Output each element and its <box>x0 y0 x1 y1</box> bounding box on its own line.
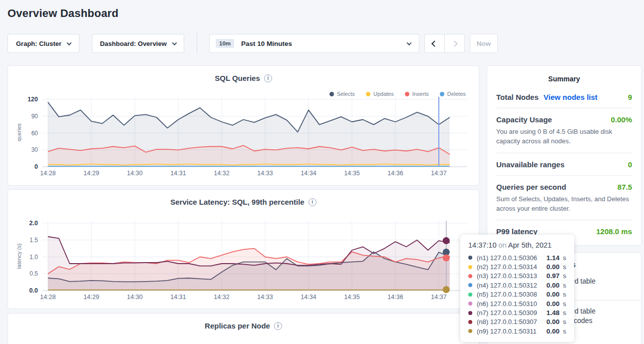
node-color-dot-icon <box>468 329 472 333</box>
svg-text:2.0: 2.0 <box>29 220 38 227</box>
tooltip-node-row: (n8) 127.0.0.1:503070.00 s <box>468 318 566 327</box>
graph-scope-dropdown-label: Graph: Cluster <box>16 40 61 47</box>
sql-queries-panel: SQL Queries i SelectsUpdatesInsertsDelet… <box>7 65 479 186</box>
tooltip-node-label: (n6) 127.0.0.1:50310 <box>477 300 537 308</box>
overview-dashboard-page: Overview Dashboard Graph: Cluster Dashbo… <box>0 0 644 344</box>
time-range-selector[interactable]: 10m Past 10 Minutes <box>209 34 419 53</box>
svg-text:14:37: 14:37 <box>431 294 446 301</box>
tooltip-node-unit: s <box>561 282 566 289</box>
chevron-down-icon <box>407 40 412 45</box>
tooltip-node-row: (n6) 127.0.0.1:503100.00 s <box>468 299 566 308</box>
now-button[interactable]: Now <box>470 34 498 53</box>
summary-row: Unavailable ranges0 <box>496 153 632 176</box>
svg-text:14:33: 14:33 <box>257 170 273 177</box>
svg-text:14:28: 14:28 <box>40 294 55 301</box>
tooltip-node-value: 0.00 s <box>547 300 566 308</box>
info-icon[interactable]: i <box>274 322 282 330</box>
tooltip-node-unit: s <box>561 291 566 298</box>
node-color-dot-icon <box>468 302 472 306</box>
svg-text:14:28: 14:28 <box>40 170 55 177</box>
tooltip-node-label: (n9) 127.0.0.1:50311 <box>477 328 537 335</box>
chevron-right-icon <box>451 40 458 47</box>
svg-text:14:30: 14:30 <box>127 294 142 301</box>
service-latency-panel: Service Latency: SQL, 99th percentile i … <box>7 189 479 309</box>
replicas-per-node-title: Replicas per Node <box>205 322 270 330</box>
svg-text:14:29: 14:29 <box>83 294 99 301</box>
svg-text:14:36: 14:36 <box>387 170 403 177</box>
svg-text:60: 60 <box>31 130 38 137</box>
tooltip-node-label: (n8) 127.0.0.1:50307 <box>477 318 537 326</box>
svg-text:14:34: 14:34 <box>301 294 316 301</box>
tooltip-node-row: (n1) 127.0.0.1:503061.14 s <box>468 253 566 262</box>
tooltip-node-label: (n3) 127.0.0.1:50313 <box>477 272 537 280</box>
tooltip-node-label: (n5) 127.0.0.1:50308 <box>477 291 537 298</box>
tooltip-node-label: (n1) 127.0.0.1:50306 <box>477 254 537 262</box>
tooltip-node-value: 0.00 s <box>547 282 566 289</box>
tooltip-node-value: 1.14 s <box>547 254 566 262</box>
svg-text:14:30: 14:30 <box>127 170 142 177</box>
node-color-dot-icon <box>468 311 472 315</box>
chart-hover-tooltip: 14:37:10 on Apr 5th, 2021 (n1) 127.0.0.1… <box>460 235 574 342</box>
summary-row-head: Capacity Usage0.00% <box>496 115 632 124</box>
time-range-label: Past 10 Minutes <box>241 40 292 47</box>
tooltip-node-row: (n4) 127.0.0.1:503120.00 s <box>468 281 566 290</box>
svg-text:1.5: 1.5 <box>29 237 38 244</box>
tooltip-node-unit: s <box>561 272 566 280</box>
sql-queries-chart[interactable]: 14:2814:2914:3014:3114:3214:3314:3414:35… <box>8 66 480 185</box>
svg-text:14:35: 14:35 <box>344 170 359 177</box>
tooltip-timestamp: 14:37:10 on Apr 5th, 2021 <box>468 241 566 249</box>
summary-row-value: 0 <box>628 160 632 169</box>
summary-row-subtext: Sum of Selects, Updates, Inserts, and De… <box>496 195 632 214</box>
summary-panel: Summary Total NodesView nodes list9Capac… <box>487 65 642 246</box>
node-color-dot-icon <box>468 320 472 324</box>
svg-text:14:32: 14:32 <box>214 294 229 301</box>
tooltip-node-value: 0.00 s <box>547 318 566 326</box>
tooltip-node-value: 1.48 s <box>547 309 566 317</box>
summary-row-head: Total NodesView nodes list9 <box>496 93 632 101</box>
tooltip-node-row: (n9) 127.0.0.1:503110.00 s <box>468 327 566 336</box>
dashboard-dropdown[interactable]: Dashboard: Overview <box>92 34 184 53</box>
time-forward-button[interactable] <box>444 34 465 53</box>
tooltip-node-unit: s <box>561 263 566 271</box>
tooltip-node-value: 0.00 s <box>547 263 566 271</box>
tooltip-node-label: (n4) 127.0.0.1:50312 <box>477 282 537 289</box>
tooltip-node-row: (n3) 127.0.0.1:503130.97 s <box>468 272 566 281</box>
sql-y-axis-unit: queries <box>16 107 22 157</box>
node-color-dot-icon <box>468 256 472 260</box>
graph-scope-dropdown[interactable]: Graph: Cluster <box>7 34 79 53</box>
service-latency-chart[interactable]: 14:2814:2914:3014:3114:3214:3314:3414:35… <box>8 190 480 309</box>
svg-text:14:35: 14:35 <box>344 294 359 301</box>
summary-row-head: Unavailable ranges0 <box>496 160 632 169</box>
summary-row-subtext: You are using 0 B of 4.5 GiB usable disk… <box>496 127 632 146</box>
svg-text:0.0: 0.0 <box>29 287 38 294</box>
summary-row-value: 0.00% <box>611 115 632 124</box>
time-step-buttons <box>424 34 465 53</box>
svg-text:14:37: 14:37 <box>431 170 446 177</box>
latency-y-axis-unit: latency (s) <box>16 231 22 281</box>
svg-text:90: 90 <box>31 113 38 120</box>
svg-text:1.0: 1.0 <box>29 254 38 261</box>
time-back-button[interactable] <box>424 34 445 53</box>
tooltip-node-row: (n2) 127.0.0.1:503140.00 s <box>468 262 566 271</box>
tooltip-node-label: (n2) 127.0.0.1:50314 <box>477 263 537 271</box>
svg-text:0: 0 <box>34 163 38 170</box>
tooltip-node-unit: s <box>561 254 566 262</box>
summary-row-label: Capacity Usage <box>496 115 552 124</box>
node-color-dot-icon <box>468 265 472 269</box>
chevron-down-icon <box>172 40 177 45</box>
tooltip-node-row: (n7) 127.0.0.1:503091.48 s <box>468 308 566 317</box>
svg-text:0.5: 0.5 <box>29 270 38 277</box>
tooltip-node-value: 0.97 s <box>547 272 566 280</box>
node-color-dot-icon <box>468 283 472 287</box>
svg-text:14:29: 14:29 <box>83 170 99 177</box>
page-title: Overview Dashboard <box>7 7 118 20</box>
summary-row: Total NodesView nodes list9 <box>496 86 632 108</box>
summary-header: Summary <box>487 66 641 86</box>
tooltip-node-unit: s <box>561 318 566 326</box>
view-nodes-list-link[interactable]: View nodes list <box>544 93 598 101</box>
replicas-per-node-panel: Replicas per Node i <box>7 313 479 344</box>
summary-row-head: Queries per second87.5 <box>496 183 632 191</box>
tooltip-node-value: 0.00 s <box>547 328 566 335</box>
node-color-dot-icon <box>468 293 472 297</box>
tooltip-node-value: 0.00 s <box>547 291 566 298</box>
